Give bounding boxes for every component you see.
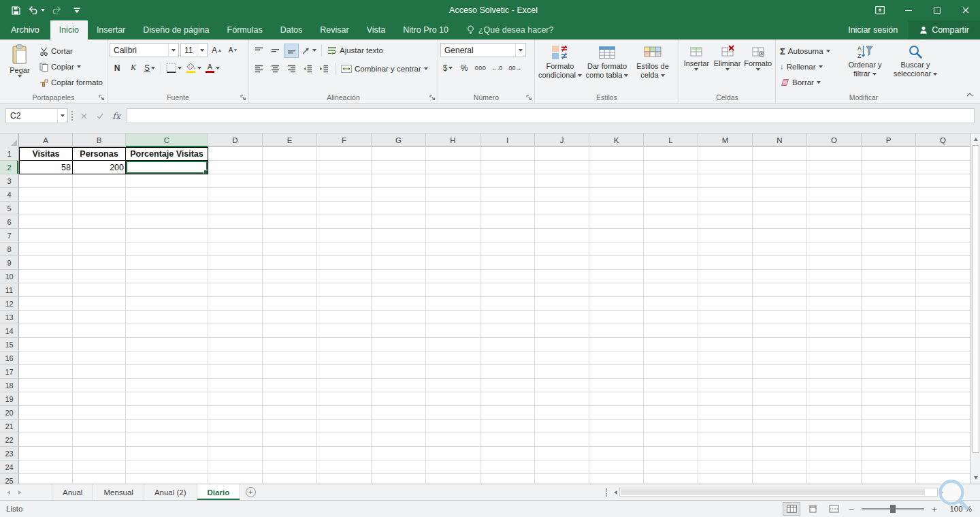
row-header-5[interactable]: 5 [0, 202, 19, 215]
cell-F14[interactable] [317, 324, 372, 338]
cell-F11[interactable] [317, 283, 372, 297]
cell-M16[interactable] [698, 351, 753, 365]
cell-N4[interactable] [753, 188, 807, 202]
cell-O10[interactable] [807, 270, 862, 283]
cell-L17[interactable] [644, 365, 698, 379]
cell-O21[interactable] [807, 420, 862, 433]
cell-D18[interactable] [208, 379, 263, 392]
cell-J18[interactable] [535, 379, 589, 392]
cell-J4[interactable] [535, 188, 589, 202]
tab-inicio[interactable]: Inicio [50, 20, 88, 40]
tab-nitro-pro-10[interactable]: Nitro Pro 10 [394, 20, 457, 40]
cell-D11[interactable] [208, 283, 263, 297]
cell-E14[interactable] [263, 324, 317, 338]
cell-L14[interactable] [644, 324, 698, 338]
cell-K18[interactable] [589, 379, 644, 392]
cell-Q9[interactable] [916, 256, 970, 270]
cell-H6[interactable] [426, 215, 480, 229]
cell-P6[interactable] [862, 215, 916, 229]
row-header-18[interactable]: 18 [0, 379, 19, 392]
cell-C13[interactable] [126, 311, 208, 324]
cell-A12[interactable] [19, 297, 73, 311]
row-header-9[interactable]: 9 [0, 256, 19, 270]
column-header-D[interactable]: D [208, 134, 263, 147]
cell-Q13[interactable] [916, 311, 970, 324]
cell-M21[interactable] [698, 420, 753, 433]
cell-G8[interactable] [372, 242, 426, 256]
sheet-tab-anual-2[interactable]: Anual (2) [144, 484, 197, 500]
cell-Q2[interactable] [916, 161, 970, 174]
cell-J7[interactable] [535, 229, 589, 242]
cell-L3[interactable] [644, 174, 698, 188]
cell-L1[interactable] [644, 147, 698, 161]
cell-E2[interactable] [263, 161, 317, 174]
cell-M13[interactable] [698, 311, 753, 324]
cell-B13[interactable] [73, 311, 126, 324]
column-header-F[interactable]: F [317, 134, 372, 147]
autosum-button[interactable]: Σ Autosuma [778, 44, 840, 59]
cell-C5[interactable] [126, 202, 208, 215]
cell-C11[interactable] [126, 283, 208, 297]
cell-J15[interactable] [535, 338, 589, 351]
cell-O13[interactable] [807, 311, 862, 324]
cell-H12[interactable] [426, 297, 480, 311]
cell-F23[interactable] [317, 447, 372, 460]
cell-M19[interactable] [698, 392, 753, 406]
cell-P20[interactable] [862, 406, 916, 420]
cell-E1[interactable] [263, 147, 317, 161]
cell-L13[interactable] [644, 311, 698, 324]
cell-I12[interactable] [480, 297, 535, 311]
cell-O2[interactable] [807, 161, 862, 174]
cell-N6[interactable] [753, 215, 807, 229]
number-format-combo[interactable]: General [440, 43, 526, 57]
cell-D19[interactable] [208, 392, 263, 406]
cell-A21[interactable] [19, 420, 73, 433]
row-header-15[interactable]: 15 [0, 338, 19, 351]
cell-H15[interactable] [426, 338, 480, 351]
cell-F5[interactable] [317, 202, 372, 215]
cell-G20[interactable] [372, 406, 426, 420]
cell-O16[interactable] [807, 351, 862, 365]
cell-B3[interactable] [73, 174, 126, 188]
cell-Q7[interactable] [916, 229, 970, 242]
cell-K8[interactable] [589, 242, 644, 256]
row-header-24[interactable]: 24 [0, 460, 19, 474]
cell-D9[interactable] [208, 256, 263, 270]
decrease-indent-button[interactable] [300, 62, 315, 76]
cell-H20[interactable] [426, 406, 480, 420]
cell-I5[interactable] [480, 202, 535, 215]
previous-sheet-button[interactable] [7, 490, 10, 495]
cell-B7[interactable] [73, 229, 126, 242]
cell-G18[interactable] [372, 379, 426, 392]
cell-P24[interactable] [862, 460, 916, 474]
cell-I20[interactable] [480, 406, 535, 420]
cell-G16[interactable] [372, 351, 426, 365]
cell-L5[interactable] [644, 202, 698, 215]
cell-F2[interactable] [317, 161, 372, 174]
page-break-view-button[interactable] [825, 502, 843, 516]
cell-A2[interactable]: 58 [19, 161, 73, 174]
format-cells-button[interactable]: Formato [742, 43, 773, 92]
cell-I18[interactable] [480, 379, 535, 392]
column-header-A[interactable]: A [19, 134, 73, 147]
tab-revisar[interactable]: Revisar [311, 20, 357, 40]
clear-button[interactable]: Borrar [778, 75, 840, 90]
cell-F19[interactable] [317, 392, 372, 406]
cell-O6[interactable] [807, 215, 862, 229]
cell-M11[interactable] [698, 283, 753, 297]
column-header-J[interactable]: J [535, 134, 589, 147]
cell-J16[interactable] [535, 351, 589, 365]
scroll-up-button[interactable] [972, 135, 980, 144]
cell-I23[interactable] [480, 447, 535, 460]
zoom-in-button[interactable]: + [929, 504, 940, 514]
cell-D5[interactable] [208, 202, 263, 215]
cell-B20[interactable] [73, 406, 126, 420]
column-header-Q[interactable]: Q [916, 134, 970, 147]
cell-P10[interactable] [862, 270, 916, 283]
cell-G3[interactable] [372, 174, 426, 188]
cell-I10[interactable] [480, 270, 535, 283]
bold-button[interactable]: N [110, 61, 125, 75]
cell-P9[interactable] [862, 256, 916, 270]
cell-F24[interactable] [317, 460, 372, 474]
column-header-C[interactable]: C [126, 134, 208, 147]
